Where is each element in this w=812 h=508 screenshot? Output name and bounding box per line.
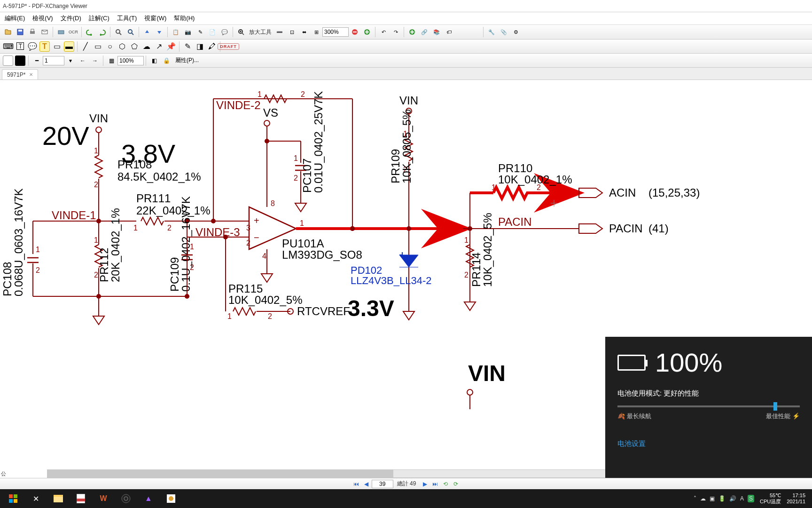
draft-stamp[interactable]: DRAFT xyxy=(223,41,234,52)
layers-icon[interactable]: 📚 xyxy=(431,27,442,37)
highlight-icon[interactable]: ▭ xyxy=(52,41,62,52)
highlight-active-icon[interactable]: ▬ xyxy=(64,41,74,52)
rect-tool-icon[interactable]: ▭ xyxy=(93,41,103,52)
find-icon[interactable] xyxy=(125,27,136,37)
tray-volume-icon[interactable]: 🔊 xyxy=(729,495,736,502)
battery-settings-link[interactable]: 电池设置 xyxy=(617,439,800,448)
task-wps-icon[interactable]: W xyxy=(93,490,114,507)
callout-icon[interactable]: 💬 xyxy=(27,41,38,52)
horizontal-scrollbar[interactable] xyxy=(47,469,624,478)
rotate-right-icon[interactable]: ↷ xyxy=(390,27,401,37)
fit-width-icon[interactable]: ⬌ xyxy=(299,27,309,37)
ocr-icon[interactable]: OCR xyxy=(68,27,78,37)
search-icon[interactable] xyxy=(113,27,124,37)
system-tray[interactable]: ˄ ☁ ▣ 🔋 🔊 A S xyxy=(694,495,754,502)
zoom-tool-icon[interactable] xyxy=(236,27,246,37)
eraser-tool-icon[interactable]: ◨ xyxy=(195,41,205,52)
tools-1-icon[interactable]: 🔧 xyxy=(486,27,497,37)
page-back-icon[interactable]: ⟲ xyxy=(441,480,450,488)
typewriter-icon[interactable]: ⌨ xyxy=(3,41,13,52)
battery-flyout[interactable]: 100% 电池使用模式: 更好的性能 🍂 最长续航 最佳性能 ⚡ 电池设置 xyxy=(605,337,812,478)
menu-view[interactable]: 檢視(V) xyxy=(29,13,56,24)
blend-icon[interactable]: ◧ xyxy=(149,56,159,66)
line-cap1-icon[interactable]: ← xyxy=(78,56,88,66)
pencil-tool-icon[interactable]: ✎ xyxy=(182,41,193,52)
stroke-color-icon[interactable] xyxy=(15,56,25,66)
close-icon[interactable]: ✕ xyxy=(29,72,33,77)
fill-color-icon[interactable] xyxy=(3,56,13,66)
line-cap2-icon[interactable]: → xyxy=(90,56,100,66)
tools-2-icon[interactable]: 📎 xyxy=(499,27,509,37)
opacity-input[interactable] xyxy=(117,56,144,65)
circle-tool-icon[interactable]: ○ xyxy=(105,41,115,52)
line-width-input[interactable] xyxy=(43,56,64,65)
prev-page-icon[interactable]: ◀ xyxy=(362,480,371,488)
actual-size-icon[interactable]: ⊞ xyxy=(311,27,321,37)
arrow-tool-icon[interactable]: ↗ xyxy=(154,41,164,52)
tray-battery-icon[interactable]: 🔋 xyxy=(718,495,726,502)
properties-link[interactable]: 屬性(P)... xyxy=(172,56,202,64)
cloud-tool-icon[interactable]: ☁ xyxy=(141,41,152,52)
open-icon[interactable] xyxy=(3,27,13,37)
save-icon[interactable] xyxy=(15,27,25,37)
tray-sogou-icon[interactable]: S xyxy=(748,495,754,502)
tools-3-icon[interactable]: ⚙ xyxy=(511,27,521,37)
bookmark-add-icon[interactable] xyxy=(407,27,417,37)
edit-icon[interactable]: ✎ xyxy=(195,27,205,37)
pin-tool-icon[interactable]: 📌 xyxy=(166,41,176,52)
textbox-icon[interactable]: 🅃 xyxy=(15,41,25,52)
tray-ime-icon[interactable]: A xyxy=(740,495,744,502)
task-explorer-icon[interactable] xyxy=(47,490,69,507)
task-app1-icon[interactable]: ▲ xyxy=(138,490,159,507)
menu-comments[interactable]: 註解(C) xyxy=(85,13,113,24)
zoom-plus-icon[interactable] xyxy=(362,27,372,37)
fit-page-icon[interactable]: ⊡ xyxy=(287,27,297,37)
scan-icon[interactable] xyxy=(56,27,66,37)
tray-cast-icon[interactable]: ▣ xyxy=(710,495,715,502)
lock-icon[interactable]: 🔒 xyxy=(161,56,172,66)
mail-icon[interactable] xyxy=(39,27,50,37)
snapshot-icon[interactable]: 📷 xyxy=(183,27,193,37)
link-icon[interactable]: 🔗 xyxy=(419,27,429,37)
marker-tool-icon[interactable]: 🖍 xyxy=(207,41,217,52)
tray-onedrive-icon[interactable]: ☁ xyxy=(700,495,706,502)
print-icon[interactable] xyxy=(27,27,38,37)
next-page-icon[interactable]: ▶ xyxy=(421,480,429,488)
text-tool-icon[interactable]: T xyxy=(39,41,50,52)
page-input[interactable] xyxy=(372,480,393,488)
stamp-icon[interactable]: 📄 xyxy=(207,27,218,37)
opacity-icon[interactable]: ▦ xyxy=(106,56,117,66)
rotate-left-icon[interactable]: ↶ xyxy=(378,27,389,37)
redo-icon[interactable] xyxy=(97,27,107,37)
menu-edit[interactable]: 編輯(E) xyxy=(1,13,29,24)
undo-icon[interactable] xyxy=(85,27,95,37)
polygon-icon[interactable]: ⬠ xyxy=(129,41,140,52)
task-app2-icon[interactable] xyxy=(160,490,182,507)
line-tool-icon[interactable]: ╱ xyxy=(80,41,91,52)
zoom-input[interactable] xyxy=(322,27,349,37)
task-obs-icon[interactable] xyxy=(115,490,137,507)
tab-document[interactable]: 5971P* ✕ xyxy=(2,69,38,79)
menu-help[interactable]: 幫助(H) xyxy=(170,13,198,24)
zoom-minus-icon[interactable] xyxy=(350,27,360,37)
last-page-icon[interactable]: ⏭ xyxy=(431,480,439,488)
menu-window[interactable]: 視窗(W) xyxy=(141,13,170,24)
note-icon[interactable]: 💬 xyxy=(219,27,230,37)
power-slider[interactable] xyxy=(617,405,800,407)
page-fwd-icon[interactable]: ⟳ xyxy=(452,480,460,488)
line-minus-icon[interactable]: ▾ xyxy=(65,56,76,66)
tray-expand-icon[interactable]: ˄ xyxy=(694,495,696,502)
menu-tools[interactable]: 工具(T) xyxy=(113,13,141,24)
nav-down-icon[interactable] xyxy=(154,27,164,37)
start-button[interactable] xyxy=(2,490,24,507)
menu-file[interactable]: 文件(D) xyxy=(57,13,85,24)
line-style-icon[interactable]: ━ xyxy=(31,56,42,66)
nav-up-icon[interactable] xyxy=(142,27,152,37)
tag-icon[interactable]: 🏷 xyxy=(444,27,454,37)
zoom-out-icon[interactable]: ➖ xyxy=(274,27,285,37)
task-shuffle-icon[interactable]: ✕ xyxy=(25,490,47,507)
task-pdf-icon[interactable] xyxy=(70,490,92,507)
first-page-icon[interactable]: ⏮ xyxy=(352,480,360,488)
polyline-icon[interactable]: ⬡ xyxy=(117,41,127,52)
copy-icon[interactable]: 📋 xyxy=(171,27,181,37)
